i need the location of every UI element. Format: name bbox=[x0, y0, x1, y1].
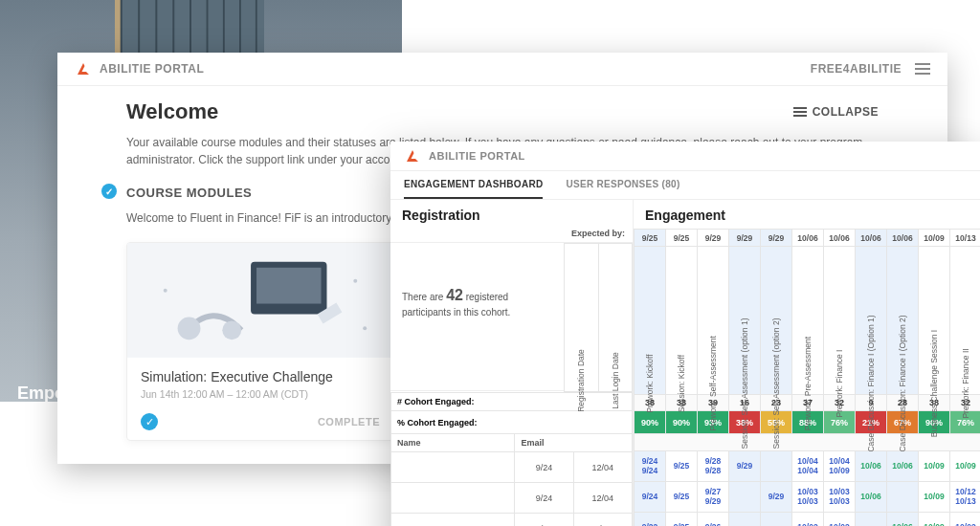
brand-logo-icon bbox=[404, 147, 421, 164]
row-pct-label: % Cohort Engaged: bbox=[391, 411, 633, 434]
check-badge-icon bbox=[101, 184, 117, 199]
module-complete-check-icon bbox=[141, 413, 158, 430]
date-header: 9/25 bbox=[666, 230, 698, 247]
date-header: 9/29 bbox=[761, 230, 792, 247]
page-title: Welcome bbox=[126, 99, 218, 124]
column-header: Prework: Pre-Assessment bbox=[803, 337, 813, 430]
date-header: 10/09 bbox=[919, 230, 950, 247]
col-registration-date: Registration Date bbox=[576, 349, 586, 412]
module-card-title: Simulation: Executive Challenge bbox=[141, 369, 380, 384]
dashboard-tabs: ENGAGEMENT DASHBOARD USER RESPONSES (80) bbox=[390, 171, 980, 200]
brand-logo-icon bbox=[75, 60, 92, 77]
column-header: Prework: Finance II bbox=[961, 348, 970, 418]
dashboard-header: ABILITIE PORTAL bbox=[390, 142, 980, 171]
course-modules-heading-text: COURSE MODULES bbox=[126, 186, 252, 200]
module-card-image bbox=[127, 243, 393, 358]
col-name: Name bbox=[391, 434, 515, 452]
column-header: Prework: Finance I bbox=[835, 350, 844, 418]
svg-point-7 bbox=[363, 326, 367, 330]
column-header: Business Challenge Session I bbox=[929, 330, 939, 437]
registration-pane: Registration Expected by: There are 42 r… bbox=[390, 200, 634, 526]
module-card[interactable]: Simulation: Executive Challenge Jun 14th… bbox=[126, 242, 394, 441]
registration-title: Registration bbox=[390, 200, 633, 229]
brand-name: ABILITIE PORTAL bbox=[100, 62, 204, 76]
menu-icon[interactable] bbox=[915, 63, 930, 75]
date-header: 9/29 bbox=[729, 230, 761, 247]
date-header: 10/06 bbox=[824, 230, 856, 247]
column-header: Case Discussion: Finance I (Option 2) bbox=[898, 315, 907, 451]
date-header: 9/29 bbox=[698, 230, 729, 247]
table-row: 9/2412/04 bbox=[391, 452, 633, 483]
date-header: 10/06 bbox=[792, 230, 824, 247]
dashboard-brand: ABILITIE PORTAL bbox=[429, 150, 525, 162]
column-header: Session: Kickoff bbox=[677, 355, 686, 412]
date-header: 10/06 bbox=[856, 230, 887, 247]
tab-user-responses[interactable]: USER RESPONSES (80) bbox=[566, 171, 679, 199]
expected-by-label: Expected by: bbox=[390, 229, 633, 243]
engagement-title: Engagement bbox=[634, 200, 980, 229]
table-row: 9/229/22 bbox=[391, 514, 633, 527]
collapse-icon bbox=[793, 107, 807, 117]
svg-point-4 bbox=[222, 320, 241, 340]
row-count-label: # Cohort Engaged: bbox=[391, 393, 633, 411]
collapse-button[interactable]: COLLAPSE bbox=[793, 105, 879, 119]
svg-point-6 bbox=[353, 279, 357, 283]
date-header: 10/13 bbox=[950, 230, 981, 247]
module-complete-label: COMPLETE bbox=[318, 416, 380, 427]
percent-cell: 90% bbox=[635, 411, 666, 434]
percent-cell: 90% bbox=[666, 411, 698, 434]
column-header: Session: Self-Assessment (option 1) bbox=[740, 318, 749, 449]
portal-header: ABILITIE PORTAL FREE4ABILITIE bbox=[57, 53, 947, 86]
engagement-grid: 9/259/259/299/299/2910/0610/0610/0610/06… bbox=[634, 229, 980, 526]
table-row: 9/229/259/2610/0210/0210/0610/0910/02 bbox=[635, 513, 981, 527]
registration-count-message: There are 42 registered participants in … bbox=[390, 243, 564, 391]
table-row: 9/249/249/259/289/289/2910/0410/0410/041… bbox=[635, 451, 981, 482]
svg-point-5 bbox=[164, 289, 167, 293]
engagement-pane: Engagement 9/259/259/299/299/2910/0610/0… bbox=[634, 200, 980, 526]
col-email: Email bbox=[515, 434, 633, 452]
module-card-date: Jun 14th 12:00 AM – 12:00 AM (CDT) bbox=[141, 388, 380, 400]
date-header: 10/06 bbox=[887, 230, 919, 247]
table-row: 9/2412/04 bbox=[391, 483, 633, 514]
table-row: 9/249/259/279/299/2910/0310/0310/0310/03… bbox=[635, 482, 981, 513]
tab-engagement-dashboard[interactable]: ENGAGEMENT DASHBOARD bbox=[404, 171, 543, 199]
column-header: Case Discussion: Finance I (Option 1) bbox=[866, 315, 876, 451]
column-header: Prework: Self-Assessment bbox=[708, 336, 718, 431]
svg-point-3 bbox=[178, 317, 201, 340]
col-last-login: Last Login Date bbox=[611, 352, 620, 409]
collapse-label: COLLAPSE bbox=[813, 105, 879, 119]
svg-rect-2 bbox=[256, 268, 322, 304]
column-header: Prework: Kickoff bbox=[645, 354, 655, 412]
header-username[interactable]: FREE4ABILITIE bbox=[811, 62, 902, 76]
dashboard-window: ABILITIE PORTAL ENGAGEMENT DASHBOARD USE… bbox=[390, 142, 980, 526]
column-header: Session: Self-Assessment (option 2) bbox=[771, 318, 781, 449]
date-header: 9/25 bbox=[635, 230, 666, 247]
